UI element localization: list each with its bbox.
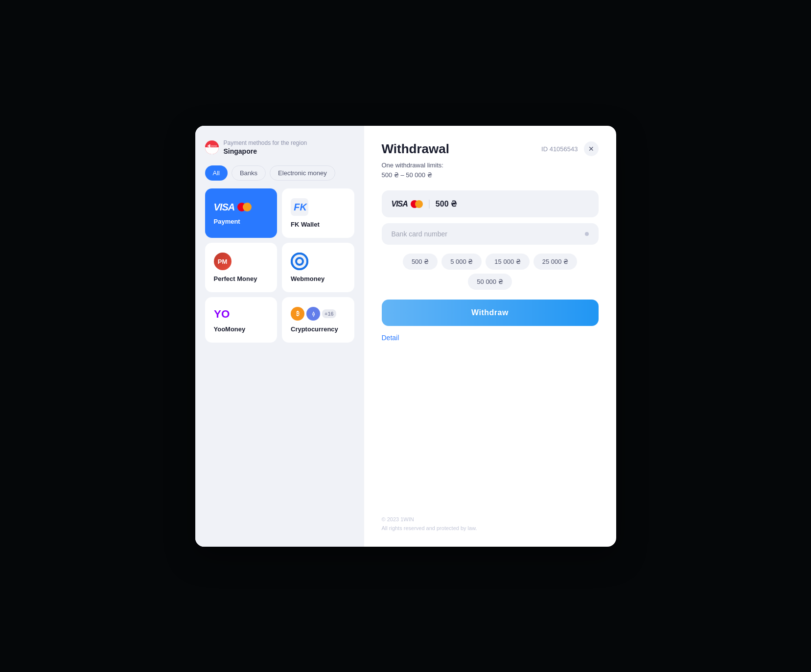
quick-amount-1[interactable]: 500 ₴ — [403, 254, 438, 270]
perfect-money-label: Perfect Money — [214, 275, 257, 282]
withdrawal-limits: One withdrawal limits: 500 ₴ – 50 000 ₴ — [382, 161, 599, 181]
payment-method-cryptocurrency[interactable]: ₿ ⟠ +16 Cryptocurrency — [282, 297, 354, 343]
right-panel: Withdrawal ID 41056543 ✕ One withdrawal … — [364, 126, 616, 547]
cryptocurrency-label: Cryptocurrency — [291, 325, 338, 333]
fk-wallet-logo: FK — [291, 198, 308, 216]
webmoney-label: Webmoney — [291, 275, 324, 282]
crypto-icons: ₿ ⟠ +16 — [291, 307, 336, 321]
quick-amount-2[interactable]: 5 000 ₴ — [441, 254, 482, 270]
mastercard-icon — [237, 203, 252, 211]
svg-text:★★★★★: ★★★★★ — [207, 144, 217, 147]
withdrawal-modal: ★★★★★ Payment methods for the region Sin… — [195, 126, 616, 547]
region-header: ★★★★★ Payment methods for the region Sin… — [205, 139, 354, 156]
withdrawal-title: Withdrawal — [382, 141, 449, 157]
amount-visa-logo: VISA — [392, 200, 430, 209]
eth-icon: ⟠ — [306, 307, 320, 321]
filter-tabs: All Banks Electronic money — [205, 165, 354, 181]
fk-wallet-label: FK Wallet — [291, 221, 320, 228]
filter-all[interactable]: All — [205, 165, 228, 181]
footer: © 2023 1WIN All rights reserved and prot… — [382, 515, 477, 533]
close-button[interactable]: ✕ — [584, 141, 599, 156]
amount-value: 500 ₴ — [436, 199, 457, 209]
left-panel: ★★★★★ Payment methods for the region Sin… — [195, 126, 364, 547]
visa-text: VISA — [214, 202, 235, 213]
card-input-dot — [585, 232, 589, 236]
payment-method-visa[interactable]: VISA Payment — [205, 188, 278, 238]
detail-link[interactable]: Detail — [382, 334, 599, 342]
svg-point-10 — [297, 259, 302, 264]
region-name: Singapore — [224, 147, 307, 156]
amount-visa-text: VISA — [392, 200, 408, 209]
visa-logo: VISA — [214, 202, 252, 213]
withdrawal-id: ID 41056543 — [541, 145, 578, 153]
visa-payment-label: Payment — [214, 218, 240, 225]
payment-method-perfect-money[interactable]: PM Perfect Money — [205, 243, 278, 292]
svg-text:FK: FK — [294, 202, 307, 212]
svg-text:YO: YO — [214, 308, 230, 320]
footer-line-2: All rights reserved and protected by law… — [382, 524, 477, 533]
perfect-money-logo: PM — [214, 253, 232, 270]
payment-methods-grid: VISA Payment FK FK Wallet — [205, 188, 354, 343]
quick-amount-3[interactable]: 15 000 ₴ — [486, 254, 529, 270]
svg-rect-1 — [205, 147, 219, 154]
payment-method-webmoney[interactable]: Webmoney — [282, 243, 354, 292]
footer-line-1: © 2023 1WIN — [382, 515, 477, 524]
yoomoney-label: YooMoney — [214, 325, 246, 333]
quick-amounts: 500 ₴ 5 000 ₴ 15 000 ₴ 25 000 ₴ 50 000 ₴ — [382, 254, 599, 290]
btc-icon: ₿ — [291, 307, 304, 321]
amount-display: VISA 500 ₴ — [382, 190, 599, 217]
payment-method-yoomoney[interactable]: YO YooMoney — [205, 297, 278, 343]
withdraw-button[interactable]: Withdraw — [382, 300, 599, 326]
mc-circle-right — [243, 203, 252, 211]
amount-mc-right — [415, 200, 423, 208]
filter-electronic[interactable]: Electronic money — [270, 165, 335, 181]
withdrawal-header: Withdrawal ID 41056543 ✕ — [382, 141, 599, 157]
card-input-wrapper[interactable] — [382, 223, 599, 245]
limits-line-2: 500 ₴ – 50 000 ₴ — [382, 170, 599, 181]
webmoney-logo — [291, 253, 308, 270]
limits-line-1: One withdrawal limits: — [382, 161, 599, 171]
yoomoney-logo: YO — [214, 307, 233, 321]
region-flag-icon: ★★★★★ — [205, 140, 219, 154]
quick-amount-4[interactable]: 25 000 ₴ — [533, 254, 577, 270]
crypto-more-badge: +16 — [322, 309, 336, 318]
amount-mastercard-icon — [411, 200, 423, 208]
filter-banks[interactable]: Banks — [232, 165, 266, 181]
region-text: Payment methods for the region Singapore — [224, 139, 307, 156]
bank-card-input[interactable] — [392, 230, 585, 238]
quick-amount-5[interactable]: 50 000 ₴ — [468, 274, 511, 290]
region-label: Payment methods for the region — [224, 139, 307, 147]
payment-method-fk-wallet[interactable]: FK FK Wallet — [282, 188, 354, 238]
withdrawal-id-close: ID 41056543 ✕ — [541, 141, 598, 156]
